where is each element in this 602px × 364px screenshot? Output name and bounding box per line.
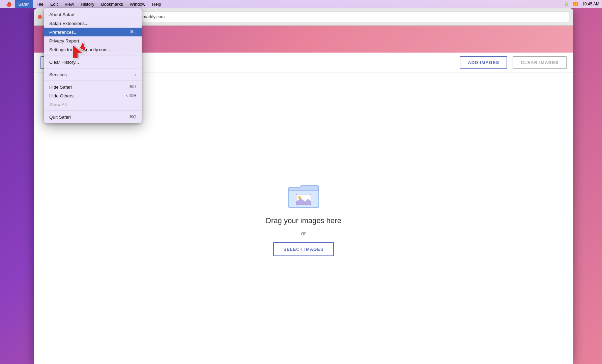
svg-point-6 <box>298 196 301 199</box>
menubar-history[interactable]: History <box>77 0 97 8</box>
menubar-wifi: 📶 <box>573 2 578 6</box>
menu-privacy-report[interactable]: Privacy Report... <box>44 36 142 45</box>
menu-separator-4 <box>44 111 142 111</box>
menubar-help[interactable]: Help <box>149 0 165 8</box>
close-button[interactable] <box>38 15 42 19</box>
menu-separator-3 <box>44 81 142 81</box>
menu-quit-safari[interactable]: Quit Safari ⌘Q <box>44 113 142 121</box>
menu-settings-for-site[interactable]: Settings for watermarkly.com... <box>44 45 142 54</box>
safari-dropdown-menu: About Safari Safari Extensions... Prefer… <box>44 8 142 123</box>
address-bar[interactable]: 🔒 watermarkly.com <box>121 11 569 22</box>
menu-shortcut-preferences: ⌘ , <box>130 30 136 34</box>
submenu-arrow-icon: › <box>135 72 136 77</box>
menubar-battery: 🔋 <box>564 2 569 6</box>
menu-shortcut-hide: ⌘H <box>129 85 136 89</box>
apple-menu[interactable]: 🍎 <box>3 0 15 8</box>
menubar-bookmarks[interactable]: Bookmarks <box>98 0 126 8</box>
menu-separator-2 <box>44 68 142 68</box>
menu-shortcut-quit: ⌘Q <box>129 115 136 119</box>
menubar-view[interactable]: View <box>61 0 77 8</box>
menu-show-all: Show All <box>44 100 142 109</box>
folder-icon <box>287 181 320 211</box>
menubar-right: 🔋 📶 10:45 AM <box>564 2 599 6</box>
menubar-window[interactable]: Window <box>126 0 149 8</box>
menubar: 🍎 Safari File Edit View History Bookmark… <box>0 0 602 8</box>
menu-services[interactable]: Services › <box>44 70 142 79</box>
menu-separator-1 <box>44 56 142 56</box>
menu-hide-safari[interactable]: Hide Safari ⌘H <box>44 83 142 91</box>
menubar-clock: 10:45 AM <box>582 2 599 6</box>
or-text: or <box>301 231 306 237</box>
select-images-button[interactable]: SELECT IMAGES <box>273 242 334 256</box>
clear-images-button[interactable]: CLEAR IMAGES <box>513 56 567 69</box>
menu-about-safari[interactable]: About Safari <box>44 10 142 19</box>
menu-preferences[interactable]: Preferences... ⌘ , <box>44 28 142 36</box>
menubar-edit[interactable]: Edit <box>47 0 61 8</box>
menu-shortcut-hide-others: ⌥⌘H <box>124 93 136 98</box>
menu-hide-others[interactable]: Hide Others ⌥⌘H <box>44 91 142 100</box>
apple-icon: 🍎 <box>6 2 11 7</box>
menu-clear-history[interactable]: Clear History... <box>44 58 142 66</box>
drag-drop-text: Drag your images here <box>266 216 341 225</box>
menubar-file[interactable]: File <box>33 0 47 8</box>
menubar-safari[interactable]: Safari <box>15 0 33 8</box>
menu-safari-extensions[interactable]: Safari Extensions... <box>44 19 142 28</box>
add-images-button[interactable]: ADD IMAGES <box>460 56 507 69</box>
